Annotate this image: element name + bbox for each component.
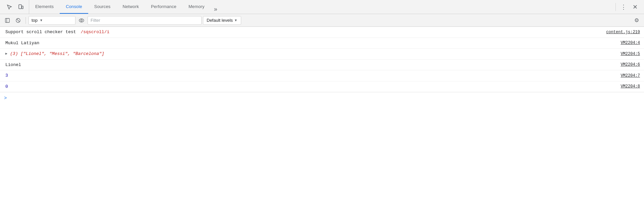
svg-rect-0 <box>19 5 21 9</box>
console-row-2-text: Mukul Latiyan <box>5 40 39 47</box>
tab-network[interactable]: Network <box>116 0 145 14</box>
show-sidebar-button[interactable] <box>3 16 12 25</box>
console-row-1-link[interactable]: content.js:219 <box>606 29 640 35</box>
console-row-4-text: Lionel <box>5 62 21 68</box>
console-row-6-left: 0 <box>5 83 621 90</box>
svg-point-7 <box>81 19 83 21</box>
device-toolbar-button[interactable] <box>15 2 26 12</box>
console-toolbar: top ▼ Filter Default levels ▼ ⚙ <box>0 14 644 27</box>
console-row-3-left: ▶ (3) ["Lionel", "Messi", "Barcelona"] <box>5 51 621 57</box>
console-row-3: ▶ (3) ["Lionel", "Messi", "Barcelona"] V… <box>0 49 644 60</box>
toolbar-right-group: ⋮ ✕ <box>614 2 643 12</box>
console-output: Support scroll checker test /sqscroll/i … <box>0 27 644 200</box>
console-toolbar-divider <box>25 17 26 24</box>
context-arrow: ▼ <box>40 18 43 22</box>
expand-icon-row-3[interactable]: ▶ <box>5 51 7 56</box>
svg-rect-2 <box>5 18 9 22</box>
console-input-row[interactable]: > <box>0 92 644 104</box>
select-element-button[interactable] <box>4 2 15 12</box>
svg-point-6 <box>79 19 84 22</box>
customize-menu-button[interactable]: ⋮ <box>619 2 629 12</box>
toolbar-divider <box>615 3 616 11</box>
more-tabs-button[interactable]: » <box>211 4 221 14</box>
console-row-5: 3 VM2204:7 <box>0 70 644 81</box>
log-points-button[interactable] <box>77 16 86 25</box>
console-row-1: Support scroll checker test /sqscroll/i … <box>0 27 644 38</box>
filter-input[interactable]: Filter <box>88 16 202 25</box>
console-row-5-link[interactable]: VM2204:7 <box>621 73 640 79</box>
main-tabs: Elements Console Sources Network Perform… <box>29 0 614 14</box>
tab-elements[interactable]: Elements <box>29 0 60 14</box>
levels-arrow: ▼ <box>234 18 237 22</box>
console-row-4-link[interactable]: VM2204:6 <box>621 62 640 68</box>
console-row-6-link[interactable]: VM2204:8 <box>621 83 640 89</box>
svg-line-5 <box>17 19 19 22</box>
context-value: top <box>32 18 38 23</box>
log-levels-button[interactable]: Default levels ▼ <box>203 16 241 25</box>
tab-console[interactable]: Console <box>60 0 88 14</box>
console-row-1-text: Support scroll checker test <box>5 29 78 36</box>
tab-bar: Elements Console Sources Network Perform… <box>0 0 644 14</box>
settings-button[interactable]: ⚙ <box>632 16 641 25</box>
console-row-1-red: /sqscroll/i <box>80 29 109 36</box>
clear-console-button[interactable] <box>13 16 23 25</box>
levels-label: Default levels <box>207 18 233 23</box>
console-row-6-value: 0 <box>5 83 8 90</box>
filter-placeholder: Filter <box>91 18 100 23</box>
console-row-3-array: (3) ["Lionel", "Messi", "Barcelona"] <box>10 51 104 57</box>
console-row-3-link[interactable]: VM2204:5 <box>621 51 640 57</box>
tab-performance[interactable]: Performance <box>145 0 182 14</box>
console-row-1-left: Support scroll checker test /sqscroll/i <box>5 29 606 36</box>
svg-rect-1 <box>22 6 23 9</box>
console-prompt: > <box>4 95 7 101</box>
console-row-5-left: 3 <box>5 72 621 79</box>
console-row-2-left: Mukul Latiyan <box>5 40 621 47</box>
main-content: top ▼ Filter Default levels ▼ ⚙ Support … <box>0 14 644 200</box>
close-devtools-button[interactable]: ✕ <box>630 2 640 12</box>
tab-sources[interactable]: Sources <box>88 0 117 14</box>
console-row-2: Mukul Latiyan VM2204:4 <box>0 38 644 49</box>
console-row-2-link[interactable]: VM2204:4 <box>621 40 640 46</box>
console-row-4-left: Lionel <box>5 62 621 68</box>
toolbar-icon-group <box>1 0 29 14</box>
console-row-6: 0 VM2204:8 <box>0 81 644 92</box>
tab-memory[interactable]: Memory <box>182 0 211 14</box>
console-row-4: Lionel VM2204:6 <box>0 60 644 71</box>
console-row-5-value: 3 <box>5 72 8 79</box>
context-selector[interactable]: top ▼ <box>29 16 75 25</box>
